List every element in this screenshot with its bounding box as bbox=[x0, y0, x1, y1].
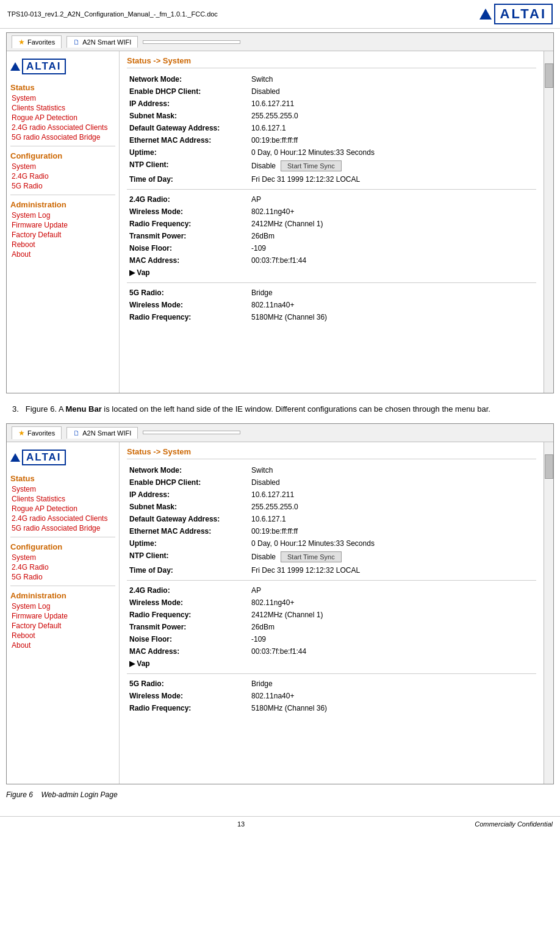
browser-content-1: ALTAI Status System Clients Statistics R… bbox=[7, 51, 553, 393]
sidebar2-link-24g-clients[interactable]: 2.4G radio Associated Clients bbox=[10, 514, 115, 523]
favorites-label-2: Favorites bbox=[27, 429, 55, 437]
sidebar-logo-2: ALTAI bbox=[10, 447, 115, 468]
sidebar2-link-syslog[interactable]: System Log bbox=[10, 601, 115, 611]
table-row: Wireless Mode: 802.11ng40+ bbox=[127, 597, 536, 609]
mac24-value: 00:03:7f:be:f1:44 bbox=[249, 254, 536, 267]
sidebar-link-reboot[interactable]: Reboot bbox=[10, 240, 115, 249]
timeofday-label: Time of Day: bbox=[127, 173, 249, 185]
eth-mac-value-2: 00:19:be:ff:ff:ff bbox=[249, 525, 536, 537]
sidebar2-link-about[interactable]: About bbox=[10, 640, 115, 650]
sidebar2-link-rogue-ap[interactable]: Rogue AP Detection bbox=[10, 504, 115, 514]
start-time-sync-button[interactable]: Start Time Sync bbox=[281, 160, 342, 171]
sidebar-divider-1 bbox=[10, 146, 115, 146]
sidebar-link-rogue-ap[interactable]: Rogue AP Detection bbox=[10, 113, 115, 123]
radio5g-value-2: Bridge bbox=[249, 678, 536, 690]
wireless-value: 802.11ng40+ bbox=[249, 206, 536, 218]
figure-label-desc: Web-admin Login Page bbox=[41, 790, 117, 799]
timeofday-value-2: Fri Dec 31 1999 12:12:32 LOCAL bbox=[249, 564, 536, 576]
vap-toggle-2[interactable]: ▶ Vap bbox=[129, 659, 534, 668]
logo-triangle-icon bbox=[479, 9, 492, 20]
sidebar-logo-text-2: ALTAI bbox=[22, 450, 66, 465]
browser-page-tab-1[interactable]: 🗋 A2N Smart WIFI bbox=[66, 36, 138, 48]
table-row: Ethernet MAC Address: 00:19:be:ff:ff:ff bbox=[127, 525, 536, 537]
sidebar-link-firmware[interactable]: Firmware Update bbox=[10, 220, 115, 230]
address-bar-2[interactable] bbox=[143, 431, 240, 434]
main-content-1: Status -> System Network Mode: Switch En… bbox=[120, 51, 544, 393]
favorites-star-icon: ★ bbox=[18, 38, 25, 46]
sidebar-link-5g-radio[interactable]: 5G Radio bbox=[10, 181, 115, 191]
sidebar2-link-factory[interactable]: Factory Default bbox=[10, 621, 115, 631]
browser-tab-2[interactable]: ★ Favorites bbox=[12, 426, 62, 439]
wireless5g-value: 802.11na40+ bbox=[249, 299, 536, 311]
sidebar2-link-5g-bridge[interactable]: 5G radio Associated Bridge bbox=[10, 523, 115, 533]
sidebar2-link-config-system[interactable]: System bbox=[10, 553, 115, 562]
network-mode-label: Network Mode: bbox=[127, 73, 249, 85]
ntp-label: NTP Client: bbox=[127, 159, 249, 173]
vap-toggle[interactable]: ▶ Vap bbox=[129, 268, 534, 277]
caption-part2: is located on the left hand side of the … bbox=[104, 404, 490, 414]
freq-value-2: 2412MHz (Channel 1) bbox=[249, 609, 536, 621]
ip-label: IP Address: bbox=[127, 98, 249, 110]
section-divider-24g bbox=[127, 189, 536, 190]
sidebar-link-system[interactable]: System bbox=[10, 93, 115, 103]
start-time-sync-button-2[interactable]: Start Time Sync bbox=[281, 551, 342, 562]
page-icon: 🗋 bbox=[73, 38, 80, 46]
scrollbar-2[interactable] bbox=[544, 442, 553, 784]
radio5g-table-2: 5G Radio: Bridge Wireless Mode: 802.11na… bbox=[127, 678, 536, 714]
noise-value: -109 bbox=[249, 242, 536, 254]
txpower-label-2: Transmit Power: bbox=[127, 621, 249, 633]
browser-window-1: ★ Favorites 🗋 A2N Smart WIFI ALTAI Statu… bbox=[6, 32, 554, 393]
table-row: Wireless Mode: 802.11na40+ bbox=[127, 690, 536, 702]
table-row: Network Mode: Switch bbox=[127, 73, 536, 85]
sidebar-link-about[interactable]: About bbox=[10, 249, 115, 259]
sidebar-link-5g-bridge[interactable]: 5G radio Associated Bridge bbox=[10, 132, 115, 142]
address-bar-1[interactable] bbox=[143, 40, 240, 44]
sidebar2-link-clients-stats[interactable]: Clients Statistics bbox=[10, 494, 115, 504]
page-title-1: Status -> System bbox=[127, 56, 536, 68]
table-row: NTP Client: Disable Start Time Sync bbox=[127, 159, 536, 173]
menu-bar-label: Menu Bar bbox=[65, 404, 101, 414]
table-row: Subnet Mask: 255.255.255.0 bbox=[127, 110, 536, 122]
scrollbar-thumb-1[interactable] bbox=[545, 63, 553, 88]
sidebar-link-syslog[interactable]: System Log bbox=[10, 210, 115, 220]
table-row: Transmit Power: 26dBm bbox=[127, 230, 536, 242]
figure-label: Figure 6 Web-admin Login Page bbox=[0, 788, 560, 804]
dhcp-value-2: Disabled bbox=[249, 476, 536, 489]
ntp-cell-2: Disable Start Time Sync bbox=[249, 550, 536, 564]
sidebar2-link-reboot[interactable]: Reboot bbox=[10, 631, 115, 640]
section-divider-24g-2 bbox=[127, 580, 536, 581]
sidebar-link-factory[interactable]: Factory Default bbox=[10, 230, 115, 240]
table-row: IP Address: 10.6.127.211 bbox=[127, 489, 536, 501]
txpower-value: 26dBm bbox=[249, 230, 536, 242]
network-mode-label-2: Network Mode: bbox=[127, 464, 249, 476]
table-row: Uptime: 0 Day, 0 Hour:12 Minutes:33 Seco… bbox=[127, 146, 536, 159]
doc-filename: TPS10-013_rev1.2_A2N_Configuration_Manua… bbox=[7, 10, 218, 18]
vap-label-2: ▶ Vap bbox=[129, 659, 150, 668]
table-row: IP Address: 10.6.127.211 bbox=[127, 98, 536, 110]
table-row: Network Mode: Switch bbox=[127, 464, 536, 476]
sidebar-link-24g-radio[interactable]: 2.4G Radio bbox=[10, 171, 115, 181]
sidebar-logo-triangle-icon bbox=[10, 62, 20, 71]
txpower-label: Transmit Power: bbox=[127, 230, 249, 242]
sidebar2-link-firmware[interactable]: Firmware Update bbox=[10, 611, 115, 621]
sidebar2-link-5g-radio[interactable]: 5G Radio bbox=[10, 572, 115, 582]
scrollbar-1[interactable] bbox=[544, 51, 553, 393]
main-content-2: Status -> System Network Mode: Switch En… bbox=[120, 442, 544, 784]
freq5g-value: 5180MHz (Channel 36) bbox=[249, 311, 536, 323]
sidebar2-link-24g-radio[interactable]: 2.4G Radio bbox=[10, 562, 115, 572]
sidebar-link-24g-clients[interactable]: 2.4G radio Associated Clients bbox=[10, 123, 115, 132]
sidebar-link-clients-stats[interactable]: Clients Statistics bbox=[10, 103, 115, 113]
sidebar2-link-system[interactable]: System bbox=[10, 484, 115, 494]
table-row: NTP Client: Disable Start Time Sync bbox=[127, 550, 536, 564]
wireless5g-label: Wireless Mode: bbox=[127, 299, 249, 311]
sidebar-link-config-system[interactable]: System bbox=[10, 162, 115, 171]
scrollbar-thumb-2[interactable] bbox=[545, 454, 553, 479]
ntp-value: Disable bbox=[251, 162, 276, 170]
dhcp-value: Disabled bbox=[249, 85, 536, 98]
browser-page-tab-2[interactable]: 🗋 A2N Smart WIFI bbox=[66, 427, 138, 439]
table-row: Uptime: 0 Day, 0 Hour:12 Minutes:33 Seco… bbox=[127, 537, 536, 550]
sidebar-1: ALTAI Status System Clients Statistics R… bbox=[7, 51, 120, 393]
browser-tab-1[interactable]: ★ Favorites bbox=[12, 35, 62, 48]
mac24-value-2: 00:03:7f:be:f1:44 bbox=[249, 645, 536, 658]
noise-label-2: Noise Floor: bbox=[127, 633, 249, 645]
